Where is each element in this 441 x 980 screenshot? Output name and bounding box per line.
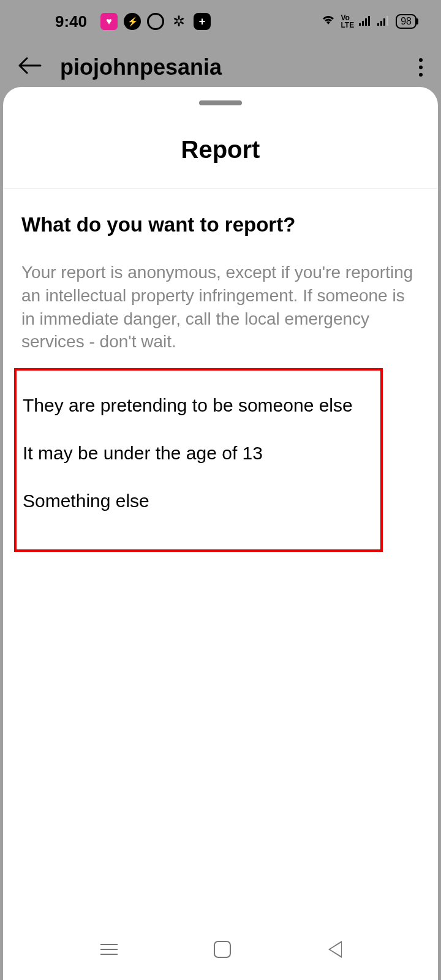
system-nav-bar xyxy=(3,925,438,974)
sheet-title: Report xyxy=(3,136,438,189)
app-header: piojohnpesania xyxy=(0,43,441,92)
report-question: What do you want to report? xyxy=(21,213,420,236)
svg-rect-6 xyxy=(383,18,385,26)
plus-icon: + xyxy=(194,13,211,30)
report-disclaimer: Your report is anonymous, except if you'… xyxy=(21,261,420,353)
volte-icon: VoLTE xyxy=(341,14,354,29)
profile-username[interactable]: piojohnpesania xyxy=(60,55,222,80)
back-arrow-icon[interactable] xyxy=(18,55,42,80)
sheet-body: What do you want to report? Your report … xyxy=(3,189,438,552)
drag-handle[interactable] xyxy=(199,100,242,105)
status-right: VoLTE 98 xyxy=(321,13,417,29)
home-icon[interactable] xyxy=(214,941,231,958)
spiral-icon: ✲ xyxy=(170,13,187,30)
report-option-pretending[interactable]: They are pretending to be someone else xyxy=(23,382,374,429)
svg-rect-3 xyxy=(368,16,370,26)
report-option-something-else[interactable]: Something else xyxy=(23,477,374,525)
signal-icon-1 xyxy=(359,15,372,29)
signal-icon-2 xyxy=(377,15,391,29)
svg-rect-0 xyxy=(359,23,361,26)
wifi-icon xyxy=(321,13,336,29)
report-options-highlight: They are pretending to be someone else I… xyxy=(14,368,383,552)
svg-rect-5 xyxy=(380,21,382,26)
battery-indicator: 98 xyxy=(396,14,417,29)
lazada-icon: ♥ xyxy=(100,13,118,30)
report-sheet: Report What do you want to report? Your … xyxy=(3,87,438,980)
report-option-under-13[interactable]: It may be under the age of 13 xyxy=(23,429,374,477)
recent-apps-icon[interactable] xyxy=(100,944,118,955)
svg-rect-4 xyxy=(377,23,379,26)
status-bar: 9:40 ♥ ⚡ ✲ + VoLTE 98 xyxy=(0,0,441,43)
back-nav-icon[interactable] xyxy=(327,941,341,958)
svg-rect-1 xyxy=(362,21,364,26)
more-options-icon[interactable] xyxy=(419,58,423,77)
status-time: 9:40 xyxy=(55,12,87,31)
messenger-icon: ⚡ xyxy=(124,13,141,30)
svg-rect-2 xyxy=(365,18,367,26)
svg-rect-7 xyxy=(386,16,388,26)
opera-icon xyxy=(147,13,164,30)
status-left: 9:40 ♥ ⚡ ✲ + xyxy=(55,12,211,31)
